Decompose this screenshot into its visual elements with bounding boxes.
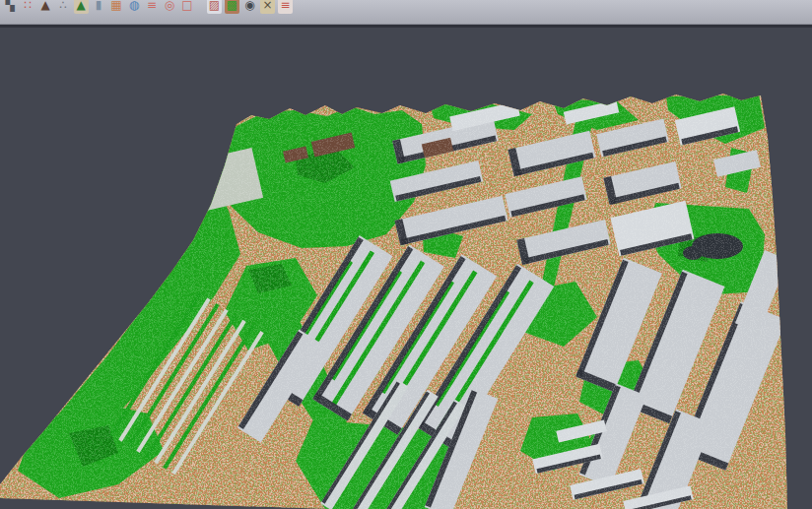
point-cloud-canvas (0, 0, 812, 509)
classification-map-icon[interactable]: ▩ (225, 0, 239, 14)
image-marker-icon[interactable]: ▨ (207, 0, 222, 14)
point-classes-icon[interactable]: ∷ (21, 0, 35, 14)
select-tool-icon[interactable]: ▚ (3, 0, 18, 14)
point-speckle (0, 89, 812, 509)
3d-viewport[interactable] (0, 0, 812, 509)
sparse-cloud-icon[interactable]: ∴ (56, 0, 71, 14)
toolbar: ▚∷▲∴▲▮▦◍≡◎□▨▩◉×≡ (0, 0, 812, 25)
dem-icon[interactable]: ▲ (74, 0, 89, 14)
crop-region-icon[interactable]: □ (180, 0, 195, 14)
camera-icon[interactable]: ◉ (242, 0, 257, 14)
red-list-icon[interactable]: ≡ (145, 0, 160, 14)
map-cut-icon[interactable]: × (260, 0, 275, 14)
orthomosaic-icon[interactable]: ▦ (109, 0, 124, 14)
terrain-icon[interactable]: ▲ (38, 0, 53, 14)
ring-tool-icon[interactable]: ◎ (163, 0, 177, 14)
column-icon[interactable]: ▮ (92, 0, 106, 14)
globe-icon[interactable]: ◍ (127, 0, 142, 14)
red-bars-icon[interactable]: ≡ (278, 0, 293, 14)
point-cloud (0, 89, 812, 509)
